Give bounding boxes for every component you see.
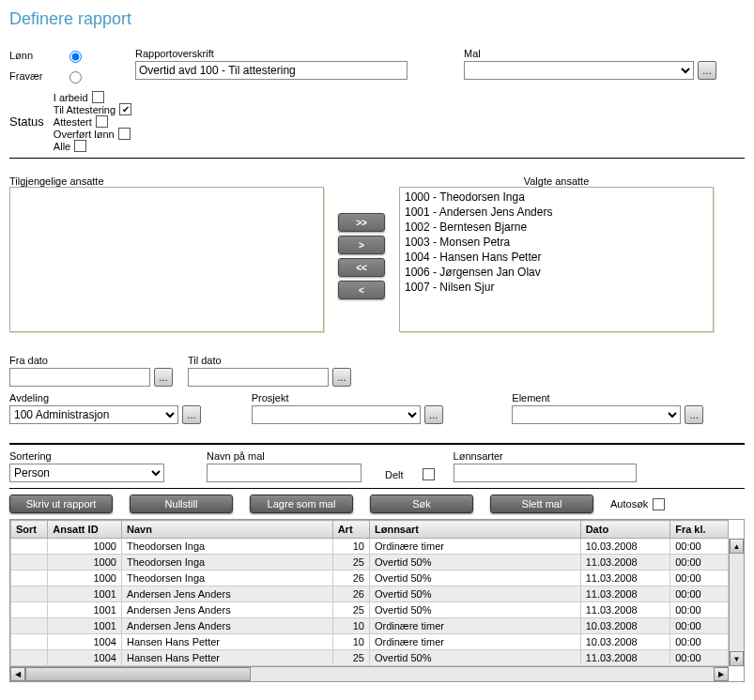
selected-listbox[interactable]: 1000 - Theodorsen Inga1001 - Andersen Je…: [399, 187, 714, 332]
grid-cell: 00:00: [670, 618, 729, 634]
selected-list-item[interactable]: 1004 - Hansen Hans Petter: [402, 250, 711, 265]
status-iarbeid-label: I arbeid: [54, 92, 88, 103]
grid-cell: 10.03.2008: [580, 539, 670, 555]
grid-cell: 26: [332, 586, 369, 602]
delt-label: Delt: [385, 469, 404, 480]
grid-cell: [11, 539, 48, 555]
radio-lonn-label: Lønn: [9, 50, 61, 61]
status-tilattestering-checkbox[interactable]: ✔: [119, 103, 131, 115]
grid-header-cell[interactable]: Navn: [121, 521, 332, 539]
grid-cell: Ordinære timer: [369, 539, 580, 555]
status-attestert-label: Attestert: [54, 116, 92, 128]
tildato-input[interactable]: [188, 368, 329, 387]
grid-cell: Ordinære timer: [369, 634, 580, 650]
prosjekt-select[interactable]: [252, 405, 421, 424]
status-iarbeid-checkbox[interactable]: [92, 91, 104, 103]
rapportoverskrift-input[interactable]: [135, 61, 408, 80]
navnpamal-input[interactable]: [207, 464, 362, 482]
selected-list-item[interactable]: 1002 - Berntesen Bjarne: [402, 220, 711, 235]
grid-cell: 1001: [48, 618, 122, 634]
type-radio-group: Lønn Fravær: [9, 48, 107, 84]
grid-cell: 10: [332, 539, 369, 555]
selected-list-item[interactable]: 1006 - Jørgensen Jan Olav: [402, 265, 711, 280]
radio-fravaer[interactable]: [69, 71, 82, 84]
status-overfort-checkbox[interactable]: [118, 128, 131, 140]
grid-cell: 11.03.2008: [580, 650, 670, 666]
fradato-browse-button[interactable]: …: [154, 368, 173, 387]
table-row[interactable]: 1004Hansen Hans Petter10Ordinære timer10…: [11, 634, 729, 650]
lonnsarter-input[interactable]: [454, 464, 637, 482]
sortering-select[interactable]: Person: [9, 464, 164, 482]
grid-cell: 10.03.2008: [580, 634, 670, 650]
grid-cell: 1000: [48, 555, 122, 571]
grid-header-cell[interactable]: Lønnsart: [369, 521, 580, 539]
scroll-down-icon[interactable]: ▼: [730, 651, 744, 666]
grid-cell: Andersen Jens Anders: [121, 586, 332, 602]
add-all-button[interactable]: >>: [338, 213, 385, 232]
grid-cell: 1001: [48, 602, 122, 618]
page-title: Definere rapport: [9, 9, 745, 29]
element-select[interactable]: [512, 405, 681, 424]
lonnsarter-label: Lønnsarter: [454, 450, 641, 462]
grid-cell: 1001: [48, 586, 122, 602]
horizontal-scrollbar[interactable]: ◀ ▶: [10, 666, 729, 681]
grid-header-cell[interactable]: Fra kl.: [670, 521, 729, 539]
grid-cell: 00:00: [670, 539, 729, 555]
remove-all-button[interactable]: <<: [338, 258, 385, 277]
nullstill-button[interactable]: Nullstill: [130, 495, 233, 513]
grid-header-cell[interactable]: Dato: [580, 521, 670, 539]
selected-list-item[interactable]: 1003 - Monsen Petra: [402, 235, 711, 250]
add-button[interactable]: >: [338, 236, 385, 254]
table-row[interactable]: 1001Andersen Jens Anders26Overtid 50%11.…: [11, 586, 729, 602]
grid-header-cell[interactable]: Ansatt ID: [48, 521, 122, 539]
sok-button[interactable]: Søk: [370, 495, 473, 513]
avdeling-select[interactable]: 100 Administrasjon: [9, 405, 178, 424]
prosjekt-browse-button[interactable]: …: [424, 405, 443, 424]
grid-cell: 11.03.2008: [580, 571, 670, 586]
grid-header-cell[interactable]: Sort: [11, 521, 48, 539]
table-row[interactable]: 1000Theodorsen Inga10Ordinære timer10.03…: [11, 539, 729, 555]
grid-cell: 1004: [48, 650, 122, 666]
radio-fravaer-label: Fravær: [9, 70, 61, 82]
grid-cell: [11, 650, 48, 666]
available-listbox[interactable]: [9, 187, 324, 332]
status-alle-checkbox[interactable]: [74, 140, 86, 152]
skrivut-button[interactable]: Skriv ut rapport: [9, 495, 113, 513]
selected-list-item[interactable]: 1000 - Theodorsen Inga: [402, 190, 711, 205]
grid-cell: [11, 602, 48, 618]
table-row[interactable]: 1001Andersen Jens Anders10Ordinære timer…: [11, 618, 729, 634]
table-row[interactable]: 1001Andersen Jens Anders25Overtid 50%11.…: [11, 602, 729, 618]
mal-select[interactable]: [464, 61, 694, 80]
selected-list-item[interactable]: 1007 - Nilsen Sjur: [402, 280, 711, 295]
status-attestert-checkbox[interactable]: [96, 115, 108, 128]
result-grid: SortAnsatt IDNavnArtLønnsartDatoFra kl. …: [9, 519, 745, 682]
scroll-up-icon[interactable]: ▲: [730, 539, 744, 554]
scroll-left-icon[interactable]: ◀: [10, 667, 25, 681]
vertical-scrollbar[interactable]: ▲ ▼: [729, 539, 744, 666]
slettmal-button[interactable]: Slett mal: [490, 495, 593, 513]
autosok-checkbox[interactable]: [653, 498, 665, 510]
mal-browse-button[interactable]: …: [698, 61, 716, 80]
selected-list-item[interactable]: 1001 - Andersen Jens Anders: [402, 205, 711, 220]
grid-cell: 25: [332, 650, 369, 666]
element-browse-button[interactable]: …: [685, 405, 703, 424]
scroll-thumb[interactable]: [25, 667, 251, 681]
grid-header-cell[interactable]: Art: [332, 521, 369, 539]
lagresommal-button[interactable]: Lagre som mal: [250, 495, 353, 513]
avdeling-browse-button[interactable]: …: [182, 405, 201, 424]
fradato-input[interactable]: [9, 368, 150, 387]
grid-cell: 11.03.2008: [580, 555, 670, 571]
remove-button[interactable]: <: [338, 281, 385, 299]
status-label: Status: [9, 114, 44, 129]
grid-cell: Theodorsen Inga: [121, 555, 332, 571]
radio-lonn[interactable]: [69, 51, 82, 63]
table-row[interactable]: 1000Theodorsen Inga26Overtid 50%11.03.20…: [11, 571, 729, 586]
delt-checkbox[interactable]: [423, 468, 435, 480]
fradato-label: Fra dato: [9, 355, 178, 366]
tildato-browse-button[interactable]: …: [332, 368, 351, 387]
table-row[interactable]: 1000Theodorsen Inga25Overtid 50%11.03.20…: [11, 555, 729, 571]
table-row[interactable]: 1004Hansen Hans Petter25Overtid 50%11.03…: [11, 650, 729, 666]
scroll-right-icon[interactable]: ▶: [714, 667, 729, 681]
status-overfort-label: Overført lønn: [54, 129, 115, 140]
grid-cell: 00:00: [670, 602, 729, 618]
